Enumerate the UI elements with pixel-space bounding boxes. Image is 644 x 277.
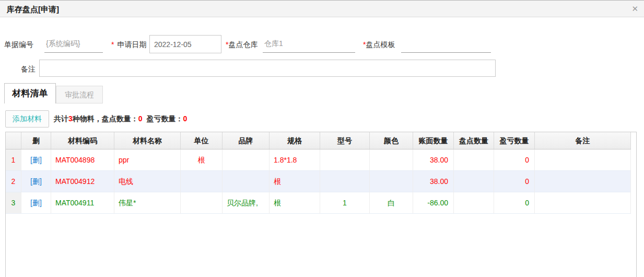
count-qty-cell (454, 192, 494, 214)
model-cell: 1 (320, 192, 370, 214)
model-cell (320, 171, 370, 192)
diff-qty-cell: 0 (494, 149, 535, 171)
table-row: 1[删]MAT004898ppr根1.8*1.838.000 (6, 149, 631, 171)
template-field[interactable] (401, 37, 491, 53)
col-header-book-qty: 账面数量 (413, 132, 454, 149)
col-header-material-name: 材料名称 (114, 132, 181, 149)
col-header-material-code: 材料编码 (51, 132, 114, 149)
brand-cell (223, 149, 270, 171)
dialog-title: 库存盘点[申请] (7, 5, 59, 15)
col-header-brand: 品牌 (223, 132, 270, 149)
remark-cell (535, 192, 631, 214)
col-header-color: 颜色 (370, 132, 413, 149)
count-qty-cell (454, 149, 494, 171)
bill-no-field[interactable] (44, 37, 103, 53)
book-qty-cell: 38.00 (413, 171, 454, 192)
close-icon[interactable]: ✕ (631, 4, 638, 14)
add-material-button[interactable]: 添加材料 (5, 110, 49, 128)
material-name-cell: ppr (114, 149, 181, 171)
material-code-cell: MAT004911 (51, 192, 114, 214)
required-asterisk: * (111, 40, 114, 49)
brand-cell: 贝尔品牌, (223, 192, 270, 214)
apply-date-label: *申请日期 (111, 40, 146, 50)
col-header-diff-qty: 盈亏数量 (494, 132, 535, 149)
tab-material-list[interactable]: 材料清单 (4, 83, 56, 103)
remark-cell (535, 171, 631, 192)
diff-qty-cell: 0 (494, 192, 535, 214)
template-label: *盘点模板 (363, 40, 395, 50)
material-name-cell: 电线 (114, 171, 181, 192)
table-row: 3[删]MAT004911伟星*贝尔品牌,根1白-86.000 (6, 192, 631, 214)
warehouse-field[interactable] (263, 37, 355, 53)
row-number-cell: 2 (6, 171, 21, 192)
remark-label: 备注 (21, 65, 36, 74)
tab-approval-flow[interactable]: 审批流程 (56, 86, 103, 103)
table-row: 2[删]MAT004912电线根38.000 (6, 171, 631, 192)
inventory-count-dialog: 库存盘点[申请] ✕ 单据编号 *申请日期 *盘点仓库 *盘点模板 备注 材料清… (0, 0, 644, 277)
col-header-row-number (6, 132, 21, 149)
model-cell (320, 149, 370, 171)
unit-cell (181, 192, 223, 214)
summary-text: 共计3种物料，盘点数量：0 盈亏数量：0 (54, 114, 187, 124)
color-cell: 白 (370, 192, 413, 214)
bill-no-label: 单据编号 (4, 40, 33, 50)
remark-cell (535, 149, 631, 171)
brand-cell (223, 171, 270, 192)
remark-input[interactable] (39, 60, 496, 77)
material-name-cell: 伟星* (114, 192, 181, 214)
unit-cell: 根 (181, 149, 223, 171)
apply-date-input[interactable] (149, 35, 221, 53)
row-number-cell: 3 (6, 192, 21, 214)
spec-cell: 根 (270, 171, 320, 192)
warehouse-label: *盘点仓库 (226, 40, 257, 50)
delete-link-cell[interactable]: [删] (21, 192, 51, 214)
row-number-cell: 1 (6, 149, 21, 171)
book-qty-cell: 38.00 (413, 149, 454, 171)
grid-header-row: 删材料编码材料名称单位品牌规格型号颜色账面数量盘点数量盈亏数量备注 (6, 132, 631, 149)
spec-cell: 根 (270, 192, 320, 214)
delete-link-cell[interactable]: [删] (21, 171, 51, 192)
count-qty-value: 0 (138, 114, 143, 123)
book-qty-cell: -86.00 (413, 192, 454, 214)
count-qty-cell (454, 171, 494, 192)
unit-cell (181, 171, 223, 192)
total-count: 3 (68, 114, 73, 123)
col-header-spec: 规格 (270, 132, 320, 149)
dialog-header: 库存盘点[申请] ✕ (0, 0, 644, 17)
col-header-model: 型号 (320, 132, 370, 149)
diff-qty-cell: 0 (494, 171, 535, 192)
diff-qty-value: 0 (183, 114, 187, 123)
spec-cell: 1.8*1.8 (270, 149, 320, 171)
col-header-unit: 单位 (181, 132, 223, 149)
col-header-remark: 备注 (535, 132, 631, 149)
grid-body: 1[删]MAT004898ppr根1.8*1.838.0002[删]MAT004… (6, 149, 636, 214)
col-header-count-qty: 盘点数量 (454, 132, 494, 149)
material-code-cell: MAT004912 (51, 171, 114, 192)
color-cell (370, 171, 413, 192)
col-header-delete-link: 删 (21, 132, 51, 149)
delete-link-cell[interactable]: [删] (21, 149, 51, 171)
material-grid: 删材料编码材料名称单位品牌规格型号颜色账面数量盘点数量盈亏数量备注 1[删]MA… (5, 132, 637, 277)
color-cell (370, 149, 413, 171)
material-code-cell: MAT004898 (51, 149, 114, 171)
